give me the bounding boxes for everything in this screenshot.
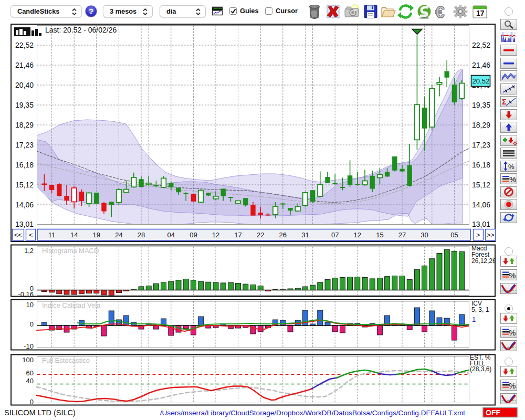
svg-text:31: 31: [301, 231, 309, 239]
svg-text:17: 17: [234, 231, 242, 239]
svg-text:<<: <<: [14, 232, 22, 239]
svg-text:%: %: [509, 271, 516, 280]
svg-text:>: >: [476, 232, 480, 239]
svg-text:20,40: 20,40: [15, 81, 34, 89]
svg-text:16,18: 16,18: [15, 161, 34, 169]
svg-text:5, 3, 1: 5, 3, 1: [471, 306, 489, 313]
svg-text:-10: -10: [24, 342, 34, 350]
svg-text:21,46: 21,46: [15, 61, 34, 69]
svg-text:OFF: OFF: [486, 408, 500, 417]
svg-text:26: 26: [279, 231, 287, 239]
svg-text:22,52: 22,52: [15, 41, 34, 49]
svg-text:Full Estocastico: Full Estocastico: [42, 356, 90, 364]
svg-text:Histograma MACD: Histograma MACD: [42, 247, 99, 255]
svg-text:21,46: 21,46: [472, 61, 490, 69]
svg-text:04: 04: [167, 231, 175, 239]
svg-text:1,2: 1,2: [24, 247, 34, 255]
svg-text:€: €: [435, 4, 445, 19]
svg-text:1: 1: [472, 316, 476, 323]
svg-text:%: %: [509, 381, 516, 390]
svg-text:17,23: 17,23: [15, 141, 34, 149]
svg-text:14: 14: [70, 231, 78, 239]
svg-text:19: 19: [93, 231, 100, 239]
svg-text:18,29: 18,29: [15, 121, 34, 129]
svg-text:16,18: 16,18: [472, 161, 490, 169]
svg-text:0: 0: [30, 398, 34, 406]
svg-text:19,35: 19,35: [472, 101, 490, 109]
svg-text:(28,3,6): (28,3,6): [470, 365, 491, 373]
svg-text:18,29: 18,29: [472, 121, 490, 129]
svg-text:Last: 20.52 - 06/02/26: Last: 20.52 - 06/02/26: [45, 26, 117, 34]
svg-text:27: 27: [398, 231, 406, 239]
svg-text:15: 15: [376, 231, 383, 239]
svg-text:Σ: Σ: [502, 98, 506, 106]
svg-text:09: 09: [190, 231, 197, 239]
svg-text:<: <: [29, 232, 33, 239]
svg-text:0: 0: [30, 320, 34, 328]
svg-text:14,06: 14,06: [472, 201, 490, 209]
svg-text:SILICOM LTD (SILC): SILICOM LTD (SILC): [4, 408, 76, 417]
svg-text:17,23: 17,23: [472, 141, 490, 149]
svg-text:13,01: 13,01: [15, 220, 34, 228]
svg-text:100: 100: [22, 356, 34, 364]
svg-text:11: 11: [48, 231, 56, 239]
svg-text:13,01: 13,01: [472, 220, 490, 228]
svg-text:05: 05: [450, 231, 458, 239]
svg-text:22: 22: [257, 231, 264, 239]
svg-text:20,52: 20,52: [472, 77, 490, 85]
svg-text:19,35: 19,35: [15, 101, 34, 109]
svg-text:%: %: [508, 163, 514, 171]
svg-text:17: 17: [476, 9, 485, 17]
svg-text:30: 30: [421, 231, 428, 239]
svg-text:15,12: 15,12: [472, 181, 490, 189]
svg-text:-0,16: -0,16: [18, 290, 34, 298]
svg-text:/Users/mserra/Library/CloudSto: /Users/mserra/Library/CloudStorage/Dropb…: [160, 409, 465, 417]
svg-text:24: 24: [115, 231, 122, 239]
svg-text:12: 12: [212, 231, 219, 239]
svg-text:26,12,26: 26,12,26: [471, 257, 496, 265]
svg-text:28: 28: [138, 231, 145, 239]
svg-text:14,06: 14,06: [15, 201, 34, 209]
svg-text:>>: >>: [487, 232, 495, 239]
svg-text:10: 10: [26, 301, 34, 309]
svg-text:60: 60: [26, 369, 34, 377]
svg-text:Indice Calidad Vela: Indice Calidad Vela: [42, 301, 101, 309]
svg-text:07: 07: [331, 231, 339, 239]
svg-text:22,52: 22,52: [472, 41, 490, 49]
svg-text:%: %: [509, 328, 516, 337]
svg-text:%: %: [509, 175, 516, 184]
svg-text:12: 12: [354, 231, 361, 239]
svg-text:40: 40: [26, 377, 34, 385]
svg-text:15,12: 15,12: [15, 181, 34, 189]
